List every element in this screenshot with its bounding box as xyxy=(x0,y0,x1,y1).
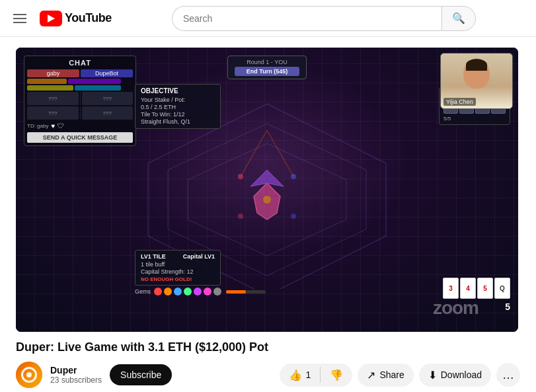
subscribe-button[interactable]: Subscribe xyxy=(110,364,172,385)
main-content: CHAT gaby DupeBot xyxy=(0,37,536,392)
share-icon xyxy=(367,369,375,381)
svg-point-19 xyxy=(263,196,271,204)
health-display: 5/5 xyxy=(443,116,506,122)
like-dislike-group: 1 xyxy=(280,364,353,387)
stat3: ??? xyxy=(27,106,79,120)
person-hair xyxy=(466,59,487,71)
stat1: ??? xyxy=(27,92,79,105)
card-q: Q xyxy=(494,278,510,299)
gem-red xyxy=(154,288,162,295)
progress-bar-fill xyxy=(226,290,246,294)
gems-row: Gems xyxy=(135,288,266,295)
gem-orange xyxy=(164,288,172,295)
obj-item2: 0.5 / 2.5 ETH xyxy=(141,104,215,110)
card-3: 3 xyxy=(443,278,459,299)
channel-left: Duper 23 subscribers Subscribe xyxy=(16,362,172,388)
share-button[interactable]: Share xyxy=(358,364,413,387)
action-buttons: 1 Share Download xyxy=(280,363,520,387)
channel-row: Duper 23 subscribers Subscribe 1 xyxy=(16,362,520,388)
tile-header: LV1 TILE Capital LV1 xyxy=(141,253,215,260)
search-button[interactable]: 🔍 xyxy=(441,6,476,31)
gems-label: Gems xyxy=(135,288,151,295)
round-title: Round 1 - YOU xyxy=(235,59,299,65)
gem-purple xyxy=(194,288,202,295)
team2-label: DupeBot xyxy=(83,70,131,77)
channel-name[interactable]: Duper xyxy=(50,365,102,375)
progress-bar-bg xyxy=(226,290,266,294)
share-label: Share xyxy=(379,370,404,380)
like-count: 1 xyxy=(306,370,311,380)
chat-stats-row: ??? ??? xyxy=(27,92,133,105)
dislike-button[interactable] xyxy=(321,364,352,387)
objective-title: OBJECTIVE xyxy=(141,87,215,95)
video-info: Duper: Live Game with 3.1 ETH ($12,000) … xyxy=(16,340,520,388)
obj-item3: Tile To Win: 1/12 xyxy=(141,111,215,118)
objective-panel: OBJECTIVE Your Stake / Pot: 0.5 / 2.5 ET… xyxy=(135,84,221,129)
stat2: ??? xyxy=(82,92,134,105)
webcam-overlay: Yijia Chen xyxy=(440,53,513,109)
stat4: ??? xyxy=(82,106,134,120)
download-icon xyxy=(428,369,437,381)
chat-panel: CHAT gaby DupeBot xyxy=(24,56,136,146)
svg-line-20 xyxy=(241,130,267,176)
search-container: 🔍 xyxy=(172,6,476,31)
tile-lv-label: LV1 TILE xyxy=(141,253,166,260)
capital-strength: Capital Strength: 12 xyxy=(141,268,215,275)
no-gold-warning: NO ENOUGH GOLD! xyxy=(141,276,215,282)
header-left: YouTube xyxy=(11,11,112,26)
card-5: 5 xyxy=(477,278,493,299)
gem-green xyxy=(184,288,192,295)
card-count: 5 xyxy=(505,301,510,312)
svg-line-21 xyxy=(267,130,293,176)
obj-item4: Straight Flush, Q/1 xyxy=(141,118,215,125)
thumb-up-icon xyxy=(289,369,302,381)
chat-stats-row2: ??? ??? xyxy=(27,106,133,120)
video-thumbnail[interactable]: CHAT gaby DupeBot xyxy=(16,48,518,332)
youtube-wordmark: YouTube xyxy=(65,11,112,25)
svg-point-18 xyxy=(291,214,296,219)
download-label: Download xyxy=(441,370,482,380)
cards-row: 3 4 5 Q xyxy=(443,278,510,299)
round-panel: Round 1 - YOU End Turn (545) xyxy=(227,56,307,79)
search-input[interactable] xyxy=(183,13,431,24)
channel-info: Duper 23 subscribers xyxy=(50,365,102,385)
video-container: CHAT gaby DupeBot xyxy=(16,48,518,332)
gem-pink xyxy=(204,288,211,295)
channel-avatar[interactable] xyxy=(16,362,42,388)
more-icon: … xyxy=(502,368,514,382)
card-4: 4 xyxy=(460,278,476,299)
team1-box: gaby xyxy=(27,69,79,77)
person-avatar xyxy=(463,59,490,89)
svg-point-17 xyxy=(238,214,243,219)
tile-panel: LV1 TILE Capital LV1 1 tile buff Capital… xyxy=(135,250,221,286)
hamburger-menu[interactable] xyxy=(11,11,29,26)
webcam-name-label: Yijia Chen xyxy=(443,98,476,106)
tile-capital-label: Capital LV1 xyxy=(183,253,215,260)
download-button[interactable]: Download xyxy=(419,364,491,387)
thumb-down-icon xyxy=(330,369,343,381)
obj-item1: Your Stake / Pot: xyxy=(141,97,215,103)
zoom-watermark: zoom xyxy=(433,297,479,319)
gem-gray xyxy=(213,288,221,295)
td-label: TD: gaby xyxy=(27,123,48,129)
team1-label: gaby xyxy=(29,70,77,77)
youtube-icon xyxy=(40,11,62,26)
chat-header-label: CHAT xyxy=(27,59,133,67)
gem-blue xyxy=(174,288,182,295)
send-message-btn[interactable]: SEND A QUICK MESSAGE xyxy=(27,132,133,143)
channel-subscribers: 23 subscribers xyxy=(50,375,102,385)
video-title: Duper: Live Game with 3.1 ETH ($12,000) … xyxy=(16,340,520,355)
avatar-inner xyxy=(16,362,42,388)
more-options-button[interactable]: … xyxy=(496,363,520,387)
header: YouTube 🔍 xyxy=(0,0,536,37)
like-button[interactable]: 1 xyxy=(280,364,321,387)
search-input-wrap xyxy=(172,6,441,31)
team2-box: DupeBot xyxy=(81,69,133,77)
tile-buff: 1 tile buff xyxy=(141,261,215,268)
chat-team-row: gaby DupeBot xyxy=(27,69,133,77)
end-turn-button[interactable]: End Turn (545) xyxy=(235,67,299,76)
avatar-symbol xyxy=(21,367,37,383)
youtube-logo[interactable]: YouTube xyxy=(40,11,112,26)
